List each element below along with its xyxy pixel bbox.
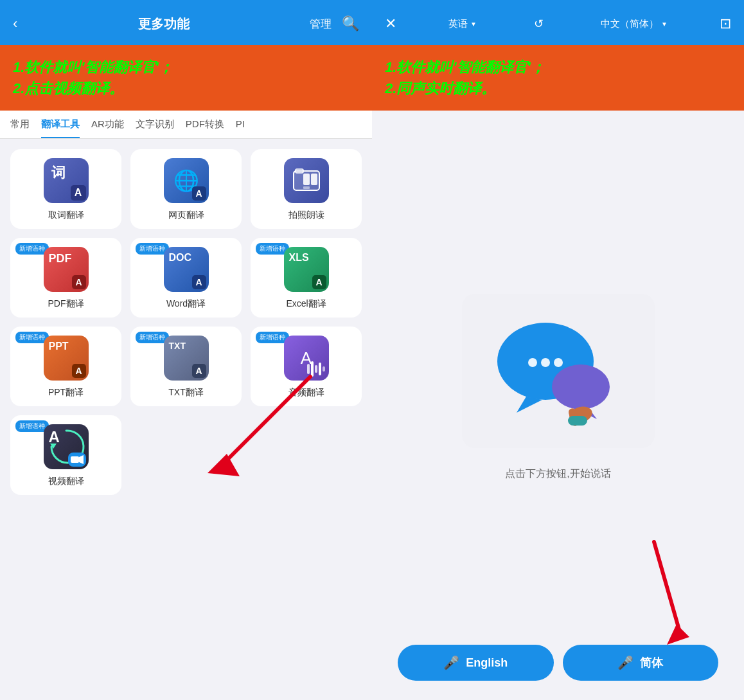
left-title: 更多功能 (17, 15, 310, 33)
tool-video-translate[interactable]: 新增语种 A (10, 415, 121, 495)
tool-web-translate[interactable]: 🌐 A 网页翻译 (130, 149, 242, 229)
svg-point-17 (541, 358, 550, 367)
svg-point-16 (528, 358, 537, 367)
close-button[interactable]: ✕ (385, 15, 396, 32)
tab-common[interactable]: 常用 (10, 118, 30, 138)
svg-marker-12 (79, 455, 84, 464)
tool-pdf-translate[interactable]: 新增语种 PDF A PDF翻译 (10, 238, 121, 318)
swap-languages-button[interactable]: ↺ (534, 17, 544, 31)
tool-word-label: Word翻译 (166, 298, 206, 310)
tool-excel-label: Excel翻译 (286, 298, 326, 310)
svg-rect-7 (315, 365, 317, 373)
tab-pdf[interactable]: PDF转换 (186, 118, 224, 138)
english-button[interactable]: 🎤 English (398, 645, 554, 681)
back-button[interactable]: ‹ (13, 15, 17, 32)
tab-bar: 常用 翻译工具 AR功能 文字识别 PDF转换 PI (0, 111, 372, 139)
tool-video-label: 视频翻译 (48, 476, 84, 487)
left-header: ‹ 更多功能 管理 🔍 (0, 0, 372, 45)
hint-text: 点击下方按钮,开始说话 (505, 467, 610, 481)
svg-rect-11 (71, 456, 79, 463)
tool-word-translate2[interactable]: 新增语种 DOC A Word翻译 (130, 238, 242, 318)
tools-area: 词 A 取词翻译 🌐 A 网页翻译 (0, 139, 372, 700)
tool-txt-translate[interactable]: 新增语种 TXT A TXT翻译 (130, 327, 242, 406)
lang-to-arrow: ▼ (661, 21, 668, 28)
svg-rect-6 (311, 361, 314, 377)
tool-audio-translate[interactable]: 新增语种 A 音频翻译 (251, 327, 362, 406)
svg-rect-9 (323, 366, 325, 372)
svg-rect-4 (303, 186, 310, 189)
bottom-buttons: 🎤 English 🎤 简体 (391, 645, 725, 681)
translation-main: 点击下方按钮,开始说话 🎤 English 🎤 简体 (372, 111, 744, 700)
tool-photo-read-label: 拍照朗读 (288, 210, 324, 221)
lang-from-selector[interactable]: 英语 ▼ (448, 18, 477, 30)
svg-point-18 (554, 358, 563, 367)
mic-right-icon: 🎤 (617, 655, 633, 670)
manage-button[interactable]: 管理 (310, 17, 332, 31)
left-header-actions: 管理 🔍 (310, 15, 359, 32)
tool-audio-label: 音频翻译 (288, 387, 324, 399)
svg-rect-22 (568, 416, 587, 426)
left-banner-text: 1.软件就叫'智能翻译官'； 2.点击视频翻译。 (13, 57, 359, 99)
tab-ar[interactable]: AR功能 (91, 118, 124, 138)
tool-ppt-label: PPT翻译 (48, 387, 84, 399)
tool-ppt-translate[interactable]: 新增语种 PPT A PPT翻译 (10, 327, 121, 406)
right-header: ✕ 英语 ▼ ↺ 中文（简体） ▼ ⊡ (372, 0, 744, 45)
tab-translate-tools[interactable]: 翻译工具 (41, 118, 80, 138)
right-panel: ✕ 英语 ▼ ↺ 中文（简体） ▼ ⊡ 1.软件就叫'智能翻译官'； 2.同声实… (372, 0, 744, 700)
search-icon[interactable]: 🔍 (342, 15, 359, 32)
svg-point-19 (552, 364, 610, 409)
svg-rect-1 (296, 169, 303, 173)
svg-rect-2 (303, 174, 310, 185)
chinese-button[interactable]: 🎤 简体 (563, 645, 719, 681)
english-button-label: English (466, 656, 508, 670)
tool-txt-label: TXT翻译 (168, 387, 203, 399)
svg-rect-8 (319, 363, 321, 375)
lang-to-selector[interactable]: 中文（简体） ▼ (601, 18, 668, 30)
right-banner: 1.软件就叫'智能翻译官'； 2.同声实时翻译。 (372, 45, 744, 111)
tool-web-translate-label: 网页翻译 (168, 210, 204, 221)
mic-left-icon: 🎤 (443, 655, 459, 670)
tools-row-3: 新增语种 PPT A PPT翻译 新增语种 TXT A TXT翻译 (10, 327, 362, 406)
svg-rect-3 (311, 174, 317, 185)
tools-row-4: 新增语种 A (10, 415, 362, 495)
lang-from-label: 英语 (448, 18, 468, 30)
svg-rect-5 (307, 364, 310, 374)
tab-pi[interactable]: PI (236, 118, 245, 138)
lang-from-arrow: ▼ (470, 21, 477, 28)
chinese-button-label: 简体 (640, 655, 663, 670)
tool-excel-translate[interactable]: 新增语种 XLS A Excel翻译 (251, 238, 362, 318)
chat-illustration (462, 294, 655, 448)
left-panel: ‹ 更多功能 管理 🔍 1.软件就叫'智能翻译官'； 2.点击视频翻译。 常用 … (0, 0, 372, 700)
tools-row-2: 新增语种 PDF A PDF翻译 新增语种 DOC A Word翻译 (10, 238, 362, 318)
right-banner-text: 1.软件就叫'智能翻译官'； 2.同声实时翻译。 (385, 57, 731, 99)
tools-row-1: 词 A 取词翻译 🌐 A 网页翻译 (10, 149, 362, 229)
tool-pdf-label: PDF翻译 (48, 298, 84, 310)
export-icon[interactable]: ⊡ (720, 15, 731, 32)
lang-to-label: 中文（简体） (601, 18, 659, 30)
left-banner: 1.软件就叫'智能翻译官'； 2.点击视频翻译。 (0, 45, 372, 111)
tool-word-translate-label: 取词翻译 (48, 210, 84, 221)
tab-ocr[interactable]: 文字识别 (136, 118, 174, 138)
tool-photo-read[interactable]: 拍照朗读 (251, 149, 362, 229)
tool-word-translate[interactable]: 词 A 取词翻译 (10, 149, 121, 229)
